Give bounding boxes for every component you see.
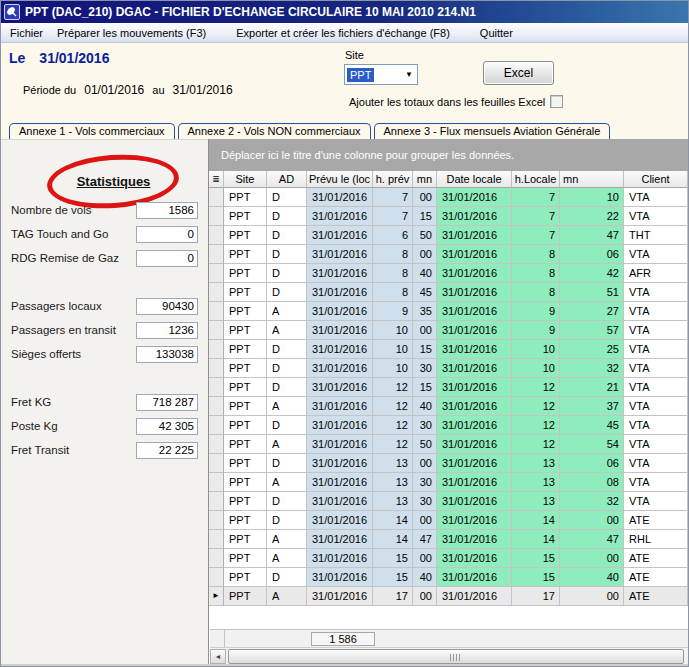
cell-site[interactable]: PPT xyxy=(224,378,267,397)
cell-prevu-date[interactable]: 31/01/2016 xyxy=(307,454,373,473)
cell-site[interactable]: PPT xyxy=(224,587,267,606)
cell-ad[interactable]: D xyxy=(267,245,307,264)
cell-prevu-date[interactable]: 31/01/2016 xyxy=(307,492,373,511)
horizontal-scrollbar[interactable]: ◄ xyxy=(210,647,689,664)
cell-ad[interactable]: A xyxy=(267,397,307,416)
cell-h-prev[interactable]: 13 xyxy=(373,492,413,511)
menu-item-3[interactable]: Exporter et créer les fichiers d'échange… xyxy=(229,24,457,42)
cell-date-locale[interactable]: 31/01/2016 xyxy=(437,264,512,283)
cell-mn-locale[interactable]: 40 xyxy=(560,568,624,587)
cell-prevu-date[interactable]: 31/01/2016 xyxy=(307,340,373,359)
cell-site[interactable]: PPT xyxy=(224,207,267,226)
cell-site[interactable]: PPT xyxy=(224,226,267,245)
cell-mn-locale[interactable]: 08 xyxy=(560,473,624,492)
column-header-site[interactable]: Site xyxy=(224,171,267,188)
column-header-date-locale[interactable]: Date locale xyxy=(437,171,512,188)
cell-site[interactable]: PPT xyxy=(224,397,267,416)
cell-mn-prev[interactable]: 35 xyxy=(413,302,437,321)
cell-h-locale[interactable]: 13 xyxy=(512,492,560,511)
cell-ad[interactable]: A xyxy=(267,530,307,549)
cell-mn-prev[interactable]: 40 xyxy=(413,568,437,587)
cell-h-locale[interactable]: 12 xyxy=(512,378,560,397)
table-row[interactable]: PPTA31/01/2016125031/01/20161254VTA xyxy=(209,435,689,454)
row-indicator-cell[interactable] xyxy=(209,549,224,568)
row-indicator-cell[interactable] xyxy=(209,302,224,321)
cell-date-locale[interactable]: 31/01/2016 xyxy=(437,435,512,454)
stat-value-field[interactable]: 90430 xyxy=(136,298,198,315)
cell-prevu-date[interactable]: 31/01/2016 xyxy=(307,473,373,492)
cell-h-prev[interactable]: 8 xyxy=(373,283,413,302)
cell-client[interactable]: VTA xyxy=(624,473,688,492)
chevron-down-icon[interactable]: ▼ xyxy=(401,70,417,79)
cell-date-locale[interactable]: 31/01/2016 xyxy=(437,340,512,359)
cell-client[interactable]: VTA xyxy=(624,416,688,435)
cell-date-locale[interactable]: 31/01/2016 xyxy=(437,587,512,606)
cell-h-locale[interactable]: 9 xyxy=(512,302,560,321)
cell-site[interactable]: PPT xyxy=(224,492,267,511)
cell-prevu-date[interactable]: 31/01/2016 xyxy=(307,378,373,397)
cell-ad[interactable]: D xyxy=(267,568,307,587)
grid-options-icon[interactable]: ≣ xyxy=(209,171,224,188)
table-row[interactable]: PPTD31/01/2016133031/01/20161332VTA xyxy=(209,492,689,511)
cell-prevu-date[interactable]: 31/01/2016 xyxy=(307,188,373,207)
cell-date-locale[interactable]: 31/01/2016 xyxy=(437,245,512,264)
cell-ad[interactable]: A xyxy=(267,549,307,568)
cell-date-locale[interactable]: 31/01/2016 xyxy=(437,416,512,435)
cell-mn-locale[interactable]: 47 xyxy=(560,530,624,549)
cell-h-locale[interactable]: 17 xyxy=(512,587,560,606)
cell-mn-locale[interactable]: 51 xyxy=(560,283,624,302)
stat-value-field[interactable]: 0 xyxy=(136,250,198,267)
cell-site[interactable]: PPT xyxy=(224,188,267,207)
row-indicator-cell[interactable] xyxy=(209,226,224,245)
cell-ad[interactable]: A xyxy=(267,587,307,606)
row-indicator-cell[interactable] xyxy=(209,435,224,454)
table-row[interactable]: PPTA31/01/2016144731/01/20161447RHL xyxy=(209,530,689,549)
table-row[interactable]: PPTD31/01/2016123031/01/20161245VTA xyxy=(209,416,689,435)
cell-mn-prev[interactable]: 00 xyxy=(413,549,437,568)
cell-date-locale[interactable]: 31/01/2016 xyxy=(437,549,512,568)
table-row[interactable]: PPTD31/01/201680031/01/2016806VTA xyxy=(209,245,689,264)
cell-ad[interactable]: A xyxy=(267,302,307,321)
row-indicator-cell[interactable] xyxy=(209,568,224,587)
cell-site[interactable]: PPT xyxy=(224,340,267,359)
table-row[interactable]: PPTD31/01/201671531/01/2016722VTA xyxy=(209,207,689,226)
cell-prevu-date[interactable]: 31/01/2016 xyxy=(307,530,373,549)
stat-value-field[interactable]: 718 287 xyxy=(136,394,198,411)
row-indicator-cell[interactable] xyxy=(209,511,224,530)
cell-date-locale[interactable]: 31/01/2016 xyxy=(437,188,512,207)
cell-mn-locale[interactable]: 54 xyxy=(560,435,624,454)
cell-client[interactable]: VTA xyxy=(624,359,688,378)
cell-h-prev[interactable]: 10 xyxy=(373,321,413,340)
cell-ad[interactable]: D xyxy=(267,283,307,302)
cell-ad[interactable]: D xyxy=(267,416,307,435)
cell-mn-prev[interactable]: 15 xyxy=(413,378,437,397)
column-header-mn[interactable]: mn xyxy=(413,171,437,188)
column-header-ad[interactable]: AD xyxy=(267,171,307,188)
table-row[interactable]: PPTD31/01/2016130031/01/20161306VTA xyxy=(209,454,689,473)
cell-h-prev[interactable]: 14 xyxy=(373,530,413,549)
cell-mn-locale[interactable]: 42 xyxy=(560,264,624,283)
cell-client[interactable]: VTA xyxy=(624,454,688,473)
cell-h-locale[interactable]: 7 xyxy=(512,188,560,207)
cell-site[interactable]: PPT xyxy=(224,473,267,492)
totaux-checkbox[interactable] xyxy=(550,95,563,108)
cell-h-prev[interactable]: 6 xyxy=(373,226,413,245)
cell-h-prev[interactable]: 12 xyxy=(373,378,413,397)
table-row[interactable]: PPTA31/01/201693531/01/2016927VTA xyxy=(209,302,689,321)
stat-value-field[interactable]: 42 305 xyxy=(136,418,198,435)
row-indicator-cell[interactable] xyxy=(209,416,224,435)
cell-mn-locale[interactable]: 57 xyxy=(560,321,624,340)
table-row[interactable]: PPTD31/01/201684031/01/2016842AFR xyxy=(209,264,689,283)
cell-mn-locale[interactable]: 10 xyxy=(560,188,624,207)
stat-value-field[interactable]: 1586 xyxy=(136,202,198,219)
row-indicator-cell[interactable] xyxy=(209,530,224,549)
menu-item-2[interactable]: Préparer les mouvements (F3) xyxy=(50,24,213,42)
cell-mn-locale[interactable]: 00 xyxy=(560,587,624,606)
row-indicator-cell[interactable] xyxy=(209,321,224,340)
cell-prevu-date[interactable]: 31/01/2016 xyxy=(307,226,373,245)
cell-prevu-date[interactable]: 31/01/2016 xyxy=(307,397,373,416)
cell-site[interactable]: PPT xyxy=(224,454,267,473)
cell-h-prev[interactable]: 12 xyxy=(373,397,413,416)
stat-value-field[interactable]: 22 225 xyxy=(136,442,198,459)
cell-h-prev[interactable]: 14 xyxy=(373,511,413,530)
